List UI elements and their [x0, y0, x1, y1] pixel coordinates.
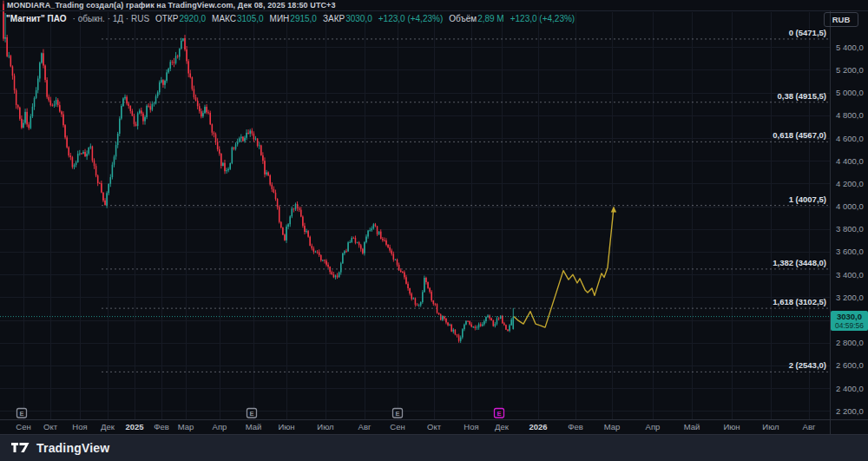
volume-change: +123,0 (+4,23%)	[510, 14, 575, 23]
open-value: 2920,0	[179, 14, 206, 23]
svg-text:E: E	[249, 410, 253, 418]
symbol-meta: · обыкн. · 1Д · RUS	[73, 14, 149, 23]
ohlc-close: ЗАКР 3030,0	[323, 14, 372, 23]
tradingview-logo[interactable]: TradingView	[11, 441, 109, 455]
volume-field: Объём 2,89 M	[449, 14, 503, 23]
last-price-badge: 3030,0 04:59:56	[831, 311, 868, 331]
symbol-legend: "Магнит" ПАО · обыкн. · 1Д · RUS ОТКР 29…	[6, 14, 575, 23]
earnings-marker[interactable]: E	[247, 409, 257, 418]
price-chart-canvas[interactable]: EEEE	[0, 0, 868, 461]
tradingview-brand-text: TradingView	[36, 441, 109, 455]
candlestick-series	[3, 1, 514, 343]
attribution-bar: MONDIARA_Trading создал(а) график на Tra…	[0, 0, 868, 11]
ohlc-low: МИН 2915,0	[270, 14, 317, 23]
vertical-gridlines	[24, 12, 810, 419]
svg-text:E: E	[19, 410, 23, 418]
last-price-value: 3030,0	[832, 312, 866, 321]
tradingview-mark-icon	[11, 443, 30, 453]
footer-bar: TradingView	[0, 434, 868, 461]
currency-toggle-button[interactable]: RUB	[824, 12, 858, 27]
low-label: МИН	[270, 14, 290, 23]
earnings-marker[interactable]: E	[393, 409, 403, 418]
attribution-text: MONDIARA_Trading создал(а) график на Tra…	[7, 1, 336, 10]
projection-trend-line[interactable]	[514, 208, 614, 328]
symbol-name[interactable]: "Магнит" ПАО	[6, 14, 67, 23]
ohlc-high: МАКС 3105,0	[212, 14, 264, 23]
svg-text:E: E	[395, 410, 399, 418]
bar-countdown-timer: 04:59:56	[832, 321, 866, 330]
high-label: МАКС	[212, 14, 236, 23]
ohlc-open: ОТКР 2920,0	[155, 14, 206, 23]
earnings-marker[interactable]: E	[495, 409, 504, 418]
change-value: +123,0 (+4,23%)	[378, 14, 444, 23]
close-label: ЗАКР	[323, 14, 345, 23]
low-value: 2915,0	[290, 14, 317, 23]
svg-text:E: E	[496, 410, 501, 418]
close-value: 3030,0	[345, 14, 372, 23]
volume-label: Объём	[449, 14, 477, 23]
volume-value: 2,89 M	[477, 14, 504, 23]
high-value: 3105,0	[237, 14, 264, 23]
earnings-marker[interactable]: E	[17, 409, 27, 418]
tradingview-snapshot: EEEE 0 (5471,5)0,38 (4915,5)0,618 (4567,…	[0, 0, 868, 461]
open-label: ОТКР	[155, 14, 178, 23]
